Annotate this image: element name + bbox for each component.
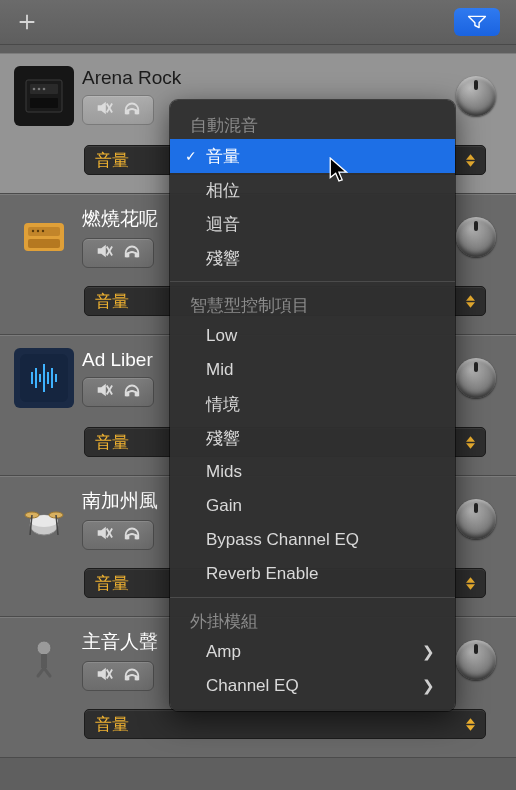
mute-headphone-group[interactable] (82, 377, 154, 407)
menu-item-label: Low (206, 326, 237, 346)
svg-rect-9 (136, 110, 139, 115)
menu-item-label: 殘響 (206, 427, 240, 450)
headphones-icon[interactable] (123, 524, 141, 546)
menu-item[interactable]: Reverb Enable (170, 557, 455, 591)
menu-item-label: 殘響 (206, 247, 240, 270)
svg-rect-19 (136, 253, 139, 257)
svg-point-4 (38, 88, 41, 91)
pan-knob[interactable] (456, 76, 496, 116)
menu-item[interactable]: 殘響 (170, 241, 455, 275)
menu-item-label: 迴音 (206, 213, 240, 236)
menu-item[interactable]: Mids (170, 455, 455, 489)
mute-icon[interactable] (95, 99, 113, 121)
chevron-right-icon: ❯ (422, 643, 435, 661)
menu-item[interactable]: Gain (170, 489, 455, 523)
track-icon[interactable] (14, 207, 74, 267)
svg-rect-18 (126, 253, 129, 257)
updown-icon (466, 436, 475, 449)
check-icon: ✓ (184, 148, 198, 164)
automation-parameter-label: 音量 (95, 290, 129, 313)
menu-section-automix: 自動混音 (170, 108, 455, 139)
menu-item[interactable]: 相位 (170, 173, 455, 207)
svg-rect-42 (126, 535, 129, 540)
automation-parameter-label: 音量 (95, 713, 129, 736)
pan-knob[interactable] (456, 499, 496, 539)
menu-section-plugins: 外掛模組 (170, 604, 455, 635)
svg-point-3 (33, 88, 36, 91)
menu-item-label: Mids (206, 462, 242, 482)
svg-point-14 (37, 230, 39, 232)
menu-item[interactable]: ✓音量 (170, 139, 455, 173)
menu-item-label: 相位 (206, 179, 240, 202)
toolbar (0, 0, 516, 45)
menu-item[interactable]: 情境 (170, 387, 455, 421)
add-track-button[interactable] (16, 11, 38, 33)
menu-separator (170, 597, 455, 598)
menu-item[interactable]: Mid (170, 353, 455, 387)
menu-item-label: Mid (206, 360, 233, 380)
headphones-icon[interactable] (123, 242, 141, 264)
filter-button[interactable] (454, 8, 500, 36)
svg-rect-48 (136, 676, 139, 681)
track-icon[interactable] (14, 489, 74, 549)
menu-item[interactable]: 殘響 (170, 421, 455, 455)
menu-item[interactable]: Bypass Channel EQ (170, 523, 455, 557)
svg-point-5 (43, 88, 46, 91)
chevron-right-icon: ❯ (422, 677, 435, 695)
funnel-icon (467, 15, 487, 29)
svg-rect-33 (136, 392, 139, 397)
svg-point-44 (37, 641, 51, 655)
automation-parameter-label: 音量 (95, 431, 129, 454)
updown-icon (466, 577, 475, 590)
svg-rect-8 (126, 110, 129, 115)
automation-menu: 自動混音 ✓音量相位迴音殘響 智慧型控制項目 LowMid情境殘響MidsGai… (170, 100, 455, 711)
mute-headphone-group[interactable] (82, 520, 154, 550)
updown-icon (466, 154, 475, 167)
headphones-icon[interactable] (123, 99, 141, 121)
svg-rect-47 (126, 676, 129, 681)
menu-item[interactable]: 迴音 (170, 207, 455, 241)
menu-item-label: Channel EQ (206, 676, 299, 696)
track-icon[interactable] (14, 630, 74, 690)
menu-item-label: Gain (206, 496, 242, 516)
svg-rect-12 (28, 239, 60, 248)
mute-headphone-group[interactable] (82, 661, 154, 691)
menu-section-smart: 智慧型控制項目 (170, 288, 455, 319)
mute-headphone-group[interactable] (82, 238, 154, 268)
headphones-icon[interactable] (123, 381, 141, 403)
automation-parameter-selector[interactable]: 音量 (84, 709, 486, 739)
updown-icon (466, 718, 475, 731)
menu-separator (170, 281, 455, 282)
mute-headphone-group[interactable] (82, 95, 154, 125)
menu-item-label: 音量 (206, 145, 240, 168)
menu-item-label: Amp (206, 642, 241, 662)
track-icon[interactable] (14, 66, 74, 126)
svg-rect-2 (30, 98, 58, 108)
pan-knob[interactable] (456, 640, 496, 680)
menu-item[interactable]: Low (170, 319, 455, 353)
plus-icon (16, 11, 38, 33)
menu-item[interactable]: Channel EQ❯ (170, 669, 455, 703)
mute-icon[interactable] (95, 524, 113, 546)
track-name: Arena Rock (82, 67, 456, 89)
pan-knob[interactable] (456, 358, 496, 398)
automation-parameter-label: 音量 (95, 572, 129, 595)
headphones-icon[interactable] (123, 665, 141, 687)
svg-rect-43 (136, 535, 139, 540)
svg-rect-32 (126, 392, 129, 397)
menu-item-label: 情境 (206, 393, 240, 416)
pan-knob[interactable] (456, 217, 496, 257)
mute-icon[interactable] (95, 665, 113, 687)
svg-point-15 (42, 230, 44, 232)
menu-item[interactable]: Amp❯ (170, 635, 455, 669)
automation-parameter-label: 音量 (95, 149, 129, 172)
menu-item-label: Bypass Channel EQ (206, 530, 359, 550)
mute-icon[interactable] (95, 381, 113, 403)
mute-icon[interactable] (95, 242, 113, 264)
svg-point-13 (32, 230, 34, 232)
updown-icon (466, 295, 475, 308)
menu-item-label: Reverb Enable (206, 564, 318, 584)
track-icon[interactable] (14, 348, 74, 408)
